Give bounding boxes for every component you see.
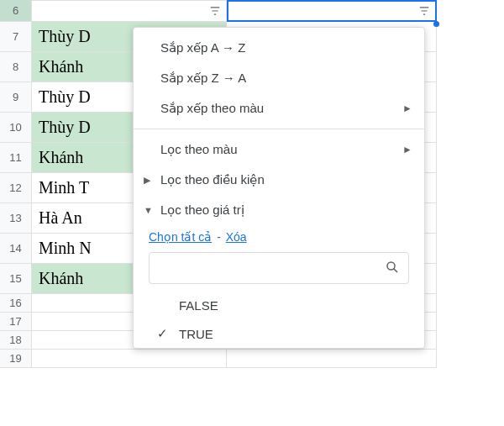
selection-handle[interactable] (433, 21, 439, 27)
value-label: FALSE (179, 298, 218, 313)
filter-by-value-item[interactable]: ▼ Lọc theo giá trị (134, 195, 424, 225)
filter-by-color-item[interactable]: Lọc theo màu ► (134, 134, 424, 165)
row-header[interactable]: 19 (0, 350, 32, 368)
cell-text: Khánh (39, 57, 83, 76)
row-header[interactable]: 8 (0, 52, 32, 82)
filter-icon[interactable] (207, 3, 223, 18)
cell-text: Thùy D (39, 87, 91, 107)
menu-label: Lọc theo điều kiện (160, 172, 265, 187)
row-header[interactable]: 11 (0, 143, 32, 173)
filter-search-input[interactable] (158, 253, 385, 283)
cell-text: Thùy D (39, 27, 91, 46)
row-header[interactable]: 6 (0, 0, 32, 22)
menu-label: Lọc theo màu (160, 142, 238, 157)
menu-label: Sắp xếp Z → A (160, 71, 246, 86)
clear-link[interactable]: Xóa (226, 230, 247, 244)
check-icon: ✓ (157, 326, 168, 341)
cell-active[interactable] (227, 0, 437, 22)
cell-empty[interactable] (227, 350, 437, 368)
row-header[interactable]: 9 (0, 82, 32, 113)
submenu-arrow-icon: ► (402, 103, 412, 114)
search-icon (385, 260, 400, 277)
row-header[interactable]: 13 (0, 203, 32, 234)
cell-text: Hà An (39, 208, 82, 228)
filter-value-true[interactable]: ✓ TRUE (134, 319, 424, 348)
collapsed-caret-icon: ▶ (144, 175, 150, 186)
filter-menu: Sắp xếp A → Z Sắp xếp Z → A Sắp xếp theo… (133, 27, 425, 349)
cell-text: Minh N (39, 239, 92, 258)
menu-separator (134, 129, 424, 129)
svg-line-1 (394, 268, 397, 271)
sort-za-item[interactable]: Sắp xếp Z → A (134, 63, 424, 93)
submenu-arrow-icon: ► (402, 144, 412, 155)
cell-text: Khánh (39, 269, 83, 288)
value-label: TRUE (179, 327, 213, 341)
expanded-caret-icon: ▼ (144, 205, 153, 215)
select-clear-links: Chọn tất cả - Xóa (134, 230, 424, 244)
menu-label: Lọc theo giá trị (160, 202, 244, 218)
row-header[interactable]: 10 (0, 113, 32, 143)
row-header[interactable]: 7 (0, 22, 32, 52)
filter-icon[interactable] (417, 3, 432, 18)
cell-text: Minh T (39, 178, 89, 197)
cell-text: Khánh (39, 148, 83, 167)
cell-empty[interactable] (32, 350, 227, 368)
cell-name[interactable] (32, 0, 227, 22)
row-header[interactable]: 15 (0, 264, 32, 294)
filter-search-box[interactable] (149, 252, 409, 284)
sort-by-color-item[interactable]: Sắp xếp theo màu ► (134, 93, 424, 124)
row-header[interactable]: 16 (0, 294, 32, 313)
separator-dash: - (217, 230, 221, 244)
row-header[interactable]: 12 (0, 173, 32, 203)
row-header[interactable]: 17 (0, 313, 32, 331)
row-header[interactable]: 18 (0, 331, 32, 350)
filter-value-false[interactable]: FALSE (134, 291, 424, 319)
sort-az-item[interactable]: Sắp xếp A → Z (134, 33, 424, 63)
select-all-link[interactable]: Chọn tất cả (149, 230, 212, 244)
menu-label: Sắp xếp A → Z (160, 40, 245, 55)
svg-point-0 (387, 262, 395, 270)
cell-text: Thùy D (39, 118, 91, 137)
menu-label: Sắp xếp theo màu (160, 101, 264, 116)
filter-by-condition-item[interactable]: ▶ Lọc theo điều kiện (134, 165, 424, 195)
row-header[interactable]: 14 (0, 234, 32, 264)
